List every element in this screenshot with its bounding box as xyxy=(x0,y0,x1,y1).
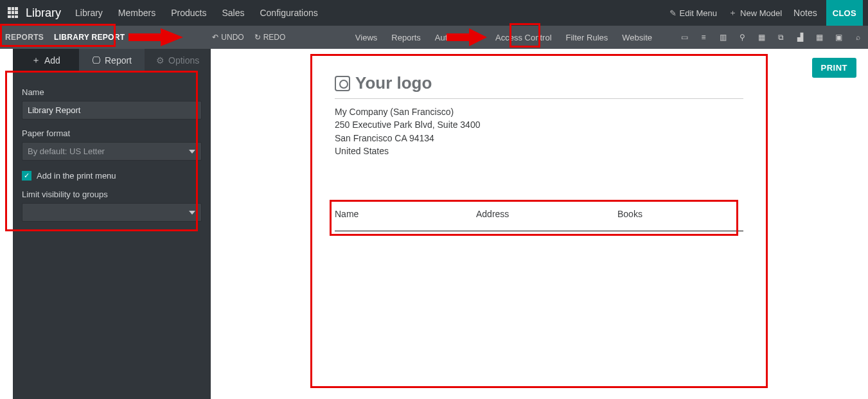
paper-format-select[interactable]: By default: US Letter xyxy=(22,142,202,161)
menu-config[interactable]: Configurations xyxy=(260,8,317,18)
tool-filters[interactable]: Filter Rules xyxy=(566,33,608,42)
menu-sales[interactable]: Sales xyxy=(222,8,244,18)
side-tabs: ＋ Add 🖵 Report ⚙ Options xyxy=(13,49,211,72)
groups-label: Limit visibility to groups xyxy=(22,190,202,199)
apps-icon[interactable] xyxy=(8,7,19,19)
tab-add-label: Add xyxy=(44,55,60,66)
form-view-icon[interactable]: ▭ xyxy=(679,32,689,42)
col-name: Name xyxy=(335,209,476,219)
calendar-view-icon[interactable]: ▦ xyxy=(756,32,766,42)
print-button[interactable]: PRINT xyxy=(812,58,857,78)
tool-automations[interactable]: Automations xyxy=(435,33,481,42)
notes-link[interactable]: Notes xyxy=(793,8,817,18)
undo-redo-group: ↶ UNDO ↻ REDO xyxy=(212,33,285,42)
name-label: Name xyxy=(22,87,202,97)
list-view-icon[interactable]: ≡ xyxy=(698,32,709,42)
tool-website[interactable]: Website xyxy=(622,33,652,42)
new-model-label: New Model xyxy=(740,8,782,18)
gear-icon: ⚙ xyxy=(156,55,164,66)
company-name: My Company (San Francisco) xyxy=(335,105,743,118)
tool-access[interactable]: Access Control xyxy=(495,33,551,42)
tab-add[interactable]: ＋ Add xyxy=(13,49,79,72)
camera-icon xyxy=(335,76,350,91)
print-menu-checkbox-label: Add in the print menu xyxy=(37,171,116,181)
dashboard-view-icon[interactable]: ▣ xyxy=(833,32,844,42)
col-address: Address xyxy=(476,209,617,219)
edit-menu-button[interactable]: ✎ Edit Menu xyxy=(669,8,718,18)
pencil-icon: ✎ xyxy=(669,8,677,18)
editor-side-panel: ＋ Add 🖵 Report ⚙ Options Name Paper form… xyxy=(0,49,211,399)
table-header-rule xyxy=(335,231,743,231)
company-address: My Company (San Francisco) 250 Executive… xyxy=(335,105,743,157)
header-divider xyxy=(335,98,743,99)
report-canvas: PRINT Your logo My Company (San Francisc… xyxy=(211,49,868,399)
brand-title[interactable]: Library xyxy=(26,6,61,20)
search-view-icon[interactable]: ⌕ xyxy=(853,32,863,42)
top-navbar: Library Library Members Products Sales C… xyxy=(0,0,868,26)
menu-library[interactable]: Library xyxy=(75,8,103,18)
plus-icon: ＋ xyxy=(31,55,40,66)
report-name-input[interactable] xyxy=(22,101,202,120)
col-books: Books xyxy=(617,209,727,219)
studio-tool-tabs: Views Reports Automations Access Control… xyxy=(355,32,863,42)
svg-marker-0 xyxy=(128,28,183,46)
undo-icon: ↶ xyxy=(212,33,218,42)
tab-options-label: Options xyxy=(168,55,199,66)
table-header-row: Name Address Books xyxy=(335,209,743,219)
redo-button[interactable]: ↻ REDO xyxy=(254,33,286,42)
company-city: San Francisco CA 94134 xyxy=(335,132,743,145)
new-model-button[interactable]: ＋ New Model xyxy=(729,7,782,19)
checkbox-checked-icon[interactable]: ✓ xyxy=(22,171,31,181)
annotation-arrow-icon xyxy=(122,26,186,49)
view-icon-bar: ▭ ≡ ▥ ⚲ ▦ ⧉ ▟ ▦ ▣ ⌕ xyxy=(679,32,863,42)
undo-button[interactable]: ↶ UNDO xyxy=(212,33,244,42)
menu-members[interactable]: Members xyxy=(118,8,155,18)
tab-options[interactable]: ⚙ Options xyxy=(145,49,211,72)
logo-placeholder[interactable]: Your logo xyxy=(335,73,743,93)
tab-report[interactable]: 🖵 Report xyxy=(79,49,145,72)
report-header: Your logo My Company (San Francisco) 250… xyxy=(310,54,768,157)
print-menu-checkbox-row[interactable]: ✓ Add in the print menu xyxy=(22,171,202,181)
kanban-view-icon[interactable]: ▥ xyxy=(718,32,728,42)
menu-products[interactable]: Products xyxy=(171,8,206,18)
map-view-icon[interactable]: ⚲ xyxy=(737,32,747,42)
groups-select[interactable] xyxy=(22,203,202,222)
monitor-icon: 🖵 xyxy=(92,55,101,66)
undo-label: UNDO xyxy=(221,33,244,42)
main-area: ＋ Add 🖵 Report ⚙ Options Name Paper form… xyxy=(0,49,868,399)
redo-icon: ↻ xyxy=(254,33,261,42)
breadcrumb-reports[interactable]: REPORTS xyxy=(5,33,44,42)
report-settings-form: Name Paper format By default: US Letter … xyxy=(13,72,211,233)
tool-reports[interactable]: Reports xyxy=(391,33,421,42)
activity-view-icon[interactable]: ⧉ xyxy=(775,32,786,42)
breadcrumb-library-report: LIBRARY REPORT xyxy=(54,33,125,42)
edit-menu-label: Edit Menu xyxy=(680,8,718,18)
close-button[interactable]: CLOS xyxy=(826,0,863,26)
sub-toolbar: REPORTS LIBRARY REPORT ↶ UNDO ↻ REDO Vie… xyxy=(0,26,868,49)
graph-view-icon[interactable]: ▟ xyxy=(795,32,805,42)
redo-label: REDO xyxy=(263,33,286,42)
logo-text: Your logo xyxy=(355,73,432,93)
tool-views[interactable]: Views xyxy=(355,33,377,42)
paper-format-label: Paper format xyxy=(22,129,202,138)
company-country: United States xyxy=(335,145,743,157)
plus-icon: ＋ xyxy=(729,7,737,19)
tab-report-label: Report xyxy=(105,55,132,66)
company-street: 250 Executive Park Blvd, Suite 3400 xyxy=(335,118,743,131)
report-table: Name Address Books xyxy=(335,209,743,231)
report-page-preview: Your logo My Company (San Francisco) 250… xyxy=(310,54,768,388)
pivot-view-icon[interactable]: ▦ xyxy=(814,32,824,42)
